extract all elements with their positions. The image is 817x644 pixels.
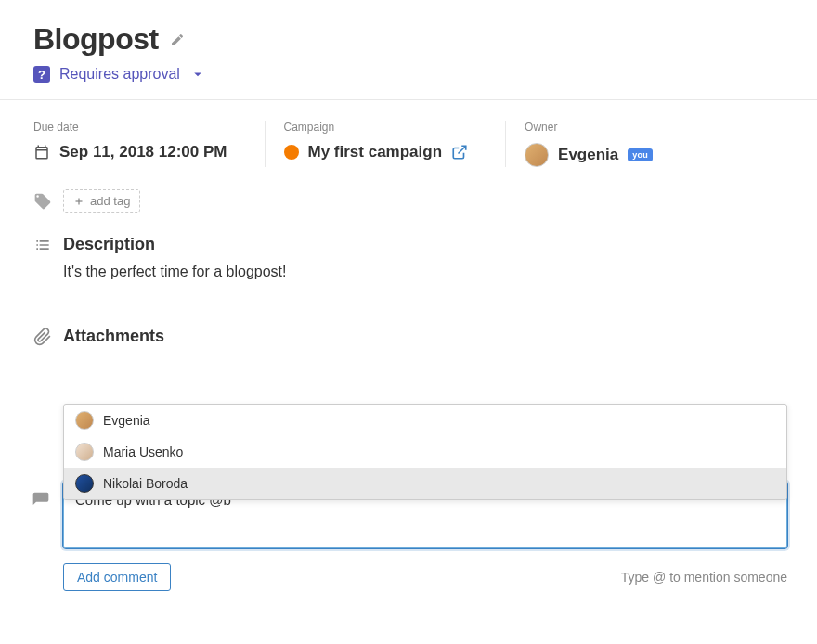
plus-icon — [73, 196, 84, 207]
owner-label: Owner — [525, 121, 653, 134]
due-date-value: Sep 11, 2018 12:00 PM — [59, 143, 227, 161]
add-tag-label: add tag — [90, 194, 130, 208]
attachments-header: Attachments — [33, 327, 784, 346]
description-header: Description — [33, 235, 784, 254]
owner-value: Evgenia — [558, 146, 618, 164]
you-badge: you — [628, 148, 653, 161]
status-row[interactable]: ? Requires approval — [33, 66, 784, 83]
mention-item[interactable]: Maria Usenko — [64, 436, 786, 468]
tags-row: add tag — [0, 184, 817, 225]
status-question-icon: ? — [33, 66, 50, 83]
description-text[interactable]: It's the perfect time for a blogpost! — [33, 264, 784, 280]
due-date-value-row: Sep 11, 2018 12:00 PM — [33, 143, 227, 161]
campaign-block[interactable]: Campaign My first campaign — [284, 121, 507, 167]
title-row: Blogpost — [33, 22, 784, 57]
mention-name: Evgenia — [103, 413, 150, 428]
attachments-title: Attachments — [63, 327, 164, 346]
mention-item[interactable]: Evgenia — [64, 405, 786, 436]
status-label: Requires approval — [59, 66, 180, 83]
owner-block[interactable]: Owner Evgenia you — [525, 121, 653, 167]
description-title: Description — [63, 235, 155, 254]
tag-icon — [33, 192, 52, 211]
page-header: Blogpost ? Requires approval — [0, 0, 817, 100]
list-icon — [33, 236, 52, 254]
owner-avatar — [525, 143, 549, 167]
external-link-icon[interactable] — [451, 144, 468, 161]
chevron-down-icon — [189, 66, 206, 83]
campaign-value: My first campaign — [308, 143, 443, 161]
description-section: Description It's the perfect time for a … — [0, 225, 817, 308]
add-tag-button[interactable]: add tag — [63, 189, 140, 213]
campaign-value-row: My first campaign — [284, 143, 469, 161]
due-date-block[interactable]: Due date Sep 11, 2018 12:00 PM — [33, 121, 266, 167]
meta-row: Due date Sep 11, 2018 12:00 PM Campaign … — [0, 100, 817, 184]
avatar — [75, 443, 94, 461]
mention-hint: Type @ to mention someone — [621, 570, 787, 585]
mention-item[interactable]: Nikolai Boroda — [64, 468, 786, 499]
edit-title-icon[interactable] — [170, 32, 185, 47]
avatar — [75, 411, 94, 430]
comment-footer: Add comment Type @ to mention someone — [63, 563, 787, 591]
mention-dropdown: Evgenia Maria Usenko Nikolai Boroda — [63, 404, 787, 500]
add-comment-button[interactable]: Add comment — [63, 563, 171, 591]
calendar-icon — [33, 144, 50, 161]
mention-name: Maria Usenko — [103, 444, 183, 459]
campaign-label: Campaign — [284, 121, 469, 134]
svg-line-0 — [459, 146, 466, 153]
attachments-section: Attachments — [0, 308, 817, 365]
page-title: Blogpost — [33, 22, 159, 57]
due-date-label: Due date — [33, 121, 227, 134]
owner-value-row: Evgenia you — [525, 143, 653, 167]
mention-name: Nikolai Boroda — [103, 476, 188, 491]
comment-icon — [32, 491, 50, 509]
campaign-color-dot — [284, 145, 299, 160]
avatar — [75, 474, 94, 493]
paperclip-icon — [33, 328, 52, 346]
